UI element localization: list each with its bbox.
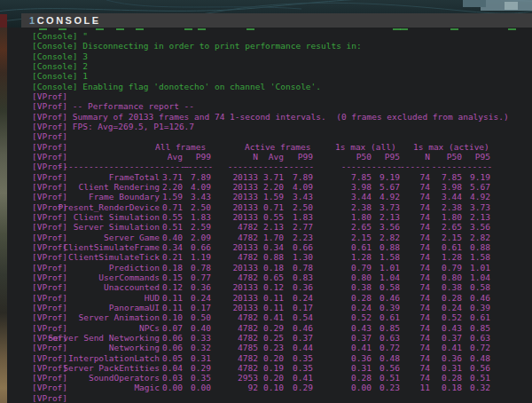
cell-value: 0.77 bbox=[183, 273, 211, 283]
cell-value: 0.28 bbox=[313, 293, 372, 304]
console-output[interactable]: [Console] "[Console] Disconnecting in or… bbox=[7, 31, 532, 403]
line-text: Disconnecting in order to print performa… bbox=[77, 41, 361, 51]
cell-value: 3.73 bbox=[372, 202, 400, 213]
cell-value: 74 bbox=[400, 202, 430, 213]
cell-value: 3.98 bbox=[313, 182, 372, 193]
cell-value: 0.34 bbox=[160, 242, 183, 253]
line-text bbox=[67, 393, 73, 403]
cell-value: 0.61 bbox=[313, 242, 372, 253]
table-row: [VProf]Present_RenderDevice0.712.5020133… bbox=[7, 202, 532, 212]
cell-value: 0.15 bbox=[160, 273, 183, 283]
cell-value: 4.92 bbox=[372, 192, 400, 202]
cell-value: 0.36 bbox=[183, 282, 211, 293]
line-prefix: [VProf] bbox=[32, 131, 67, 141]
line-prefix: [VProf] bbox=[32, 101, 67, 111]
cell-value: 0.52 bbox=[430, 312, 462, 323]
cell-value: 0.00 bbox=[183, 383, 211, 393]
console-line: [VProf] Summary of 20133 frames and 74 1… bbox=[7, 112, 532, 122]
cell-value: 2.20 bbox=[160, 182, 183, 193]
cell-value: 0.29 bbox=[258, 323, 284, 334]
row-cells: Server Game0.402.0947821.702.232.152.827… bbox=[32, 233, 532, 243]
cell-value: 4782 bbox=[211, 323, 258, 334]
cell-value: 74 bbox=[400, 212, 430, 223]
cell-value: ------ bbox=[462, 162, 490, 172]
cell-value: 0.51 bbox=[372, 373, 400, 383]
row-cells: Magic0.000.00920.100.290.000.23110.180.3… bbox=[32, 383, 532, 393]
table-row: [VProf]ClientSimulateFrame0.340.66201330… bbox=[7, 242, 532, 252]
cell-value: 74 bbox=[400, 233, 430, 243]
row-cells: ClientSimulateTick0.211.1947820.881.301.… bbox=[32, 252, 532, 263]
cell-value: 0.44 bbox=[284, 343, 313, 353]
console-line: [VProf] bbox=[7, 91, 532, 101]
cell-value: Avg bbox=[160, 152, 183, 162]
console-tab-bar[interactable]: 1CONSOLE bbox=[21, 13, 532, 28]
cell-value: 0.38 bbox=[430, 282, 462, 293]
line-text: 2 bbox=[77, 61, 87, 71]
cell-value: 7.89 bbox=[183, 172, 211, 183]
screenshot-root: { "title_bar": { "number": "1", "title":… bbox=[0, 0, 532, 403]
cell-value: P50 bbox=[430, 152, 462, 162]
cell-value: 0.23 bbox=[372, 383, 400, 393]
cell-value: 0.41 bbox=[313, 343, 372, 353]
row-cells: FrameTotal3.717.89201333.717.897.859.197… bbox=[32, 172, 532, 183]
cell-value: 2.65 bbox=[430, 222, 462, 233]
cell-value: 2.20 bbox=[258, 182, 284, 193]
table-row: [VProf]Client Simulation0.551.83201330.5… bbox=[7, 212, 532, 222]
cell-value: P99 bbox=[183, 152, 211, 162]
row-cells: Server Animation0.100.5047820.410.540.52… bbox=[32, 312, 532, 323]
cell-value: 2.13 bbox=[258, 222, 284, 233]
cell-value: 0.80 bbox=[313, 273, 372, 283]
console-line: [Console] " bbox=[7, 31, 532, 41]
cell-value: 5.67 bbox=[372, 182, 400, 193]
group-header: 1s max (all) bbox=[335, 142, 396, 153]
cell-value: 4782 bbox=[211, 222, 258, 233]
line-prefix: [Console] bbox=[32, 82, 77, 91]
line-text: Summary of 20133 frames and 74 1-second … bbox=[67, 112, 509, 122]
cell-value: 0.61 bbox=[372, 312, 400, 323]
cell-value: 0.43 bbox=[313, 323, 372, 334]
cell-value: 0.85 bbox=[372, 323, 400, 334]
cell-value: ------ bbox=[284, 162, 313, 172]
cell-value: 1.30 bbox=[284, 252, 313, 263]
cell-value: 3.44 bbox=[430, 192, 462, 202]
cell-value: 74 bbox=[400, 343, 430, 353]
cell-value: 3.71 bbox=[258, 172, 284, 183]
cell-value: 2.15 bbox=[430, 233, 462, 243]
table-row: [VProf]NPCs0.070.4047820.290.460.430.857… bbox=[7, 323, 532, 333]
cell-value: 74 bbox=[400, 242, 430, 253]
cell-value: 1.83 bbox=[183, 212, 211, 223]
cell-value: 0.36 bbox=[430, 353, 462, 364]
cell-value: 4782 bbox=[211, 312, 258, 323]
table-row: [VProf]Networking0.060.3247850.230.440.4… bbox=[7, 343, 532, 352]
cell-value: 0.37 bbox=[313, 333, 372, 344]
cell-value: 0.61 bbox=[462, 312, 490, 323]
cell-value: 20133 bbox=[211, 182, 258, 193]
line-prefix: [VProf] bbox=[32, 172, 67, 183]
cell-value: 0.24 bbox=[430, 303, 462, 313]
line-prefix: [VProf] bbox=[32, 252, 67, 263]
line-prefix: [Console] bbox=[32, 61, 77, 71]
cell-value: ------ bbox=[400, 162, 430, 172]
cell-value: 0.56 bbox=[462, 363, 490, 374]
cell-value: 0.85 bbox=[462, 323, 490, 334]
cell-value: Avg bbox=[258, 152, 284, 162]
cell-value: 1.01 bbox=[462, 263, 490, 273]
console-window: [Console] "[Console] Disconnecting in or… bbox=[7, 28, 532, 403]
cell-value: 0.51 bbox=[462, 373, 490, 383]
line-prefix: [VProf] bbox=[32, 393, 67, 403]
cell-value: 0.46 bbox=[372, 293, 400, 304]
line-prefix: [VProf] bbox=[32, 282, 67, 293]
row-cells: AvgP99NAvgP99P50P95NP50P95 bbox=[32, 152, 532, 162]
line-prefix: [VProf] bbox=[32, 263, 67, 273]
cell-value: 0.51 bbox=[160, 222, 183, 233]
cell-value: 0.18 bbox=[430, 383, 462, 393]
cell-value: 0.24 bbox=[284, 293, 313, 304]
group-header: Active frames bbox=[245, 142, 310, 153]
line-prefix: [Console] bbox=[32, 71, 77, 81]
line-prefix: [VProf] bbox=[32, 273, 67, 283]
cell-value: 0.20 bbox=[258, 353, 284, 364]
cell-value: P95 bbox=[372, 152, 400, 162]
cell-value: 0.66 bbox=[183, 242, 211, 253]
cell-value: 74 bbox=[400, 172, 430, 183]
cell-value: 0.46 bbox=[462, 293, 490, 304]
